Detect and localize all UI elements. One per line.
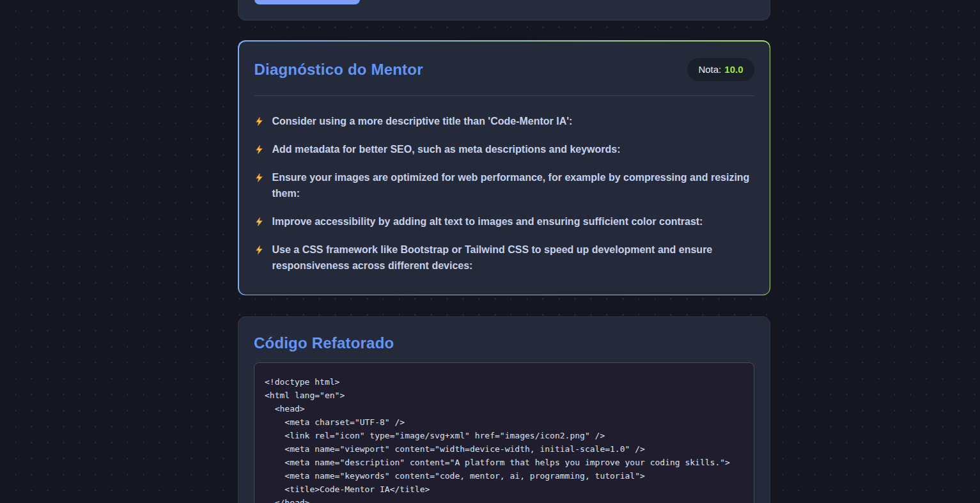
diagnosis-item-text: Ensure your images are optimized for web…	[272, 169, 754, 201]
diagnosis-list-item: Ensure your images are optimized for web…	[254, 169, 754, 201]
score-value: 10.0	[724, 64, 743, 75]
diagnosis-card: Diagnóstico do Mentor Nota:10.0 Consider…	[239, 42, 770, 295]
code-block: <!doctype html> <html lang="en"> <head> …	[254, 362, 754, 503]
code-line: <meta charset="UTF-8" />	[265, 415, 743, 429]
diagnosis-list-item: Improve accessibility by adding alt text…	[254, 213, 754, 229]
lightning-icon	[254, 116, 264, 127]
diagnosis-card-header: Diagnóstico do Mentor Nota:10.0	[239, 42, 770, 81]
diagnosis-list-item: Use a CSS framework like Bootstrap or Ta…	[254, 242, 754, 274]
lightning-icon	[254, 144, 264, 155]
code-line: <head>	[265, 402, 743, 415]
diagnosis-item-text: Use a CSS framework like Bootstrap or Ta…	[272, 242, 754, 274]
primary-button[interactable]	[254, 0, 360, 4]
lightning-icon	[254, 217, 264, 227]
diagnosis-card-title: Diagnóstico do Mentor	[254, 60, 423, 79]
page-background: { "colors": { "accent_blue": "#6494f4", …	[0, 0, 980, 503]
top-partial-card	[238, 0, 770, 20]
diagnosis-list-item: Consider using a more descriptive title …	[254, 113, 754, 129]
diagnosis-item-text: Add metadata for better SEO, such as met…	[272, 141, 621, 157]
code-line: <!doctype html>	[265, 375, 743, 389]
code-line: <meta name="keywords" content="code, men…	[265, 469, 743, 483]
lightning-icon	[254, 245, 264, 255]
diagnosis-list: Consider using a more descriptive title …	[239, 96, 770, 274]
score-badge: Nota:10.0	[687, 58, 754, 81]
score-label: Nota:	[698, 64, 721, 75]
code-line: <html lang="en">	[265, 389, 743, 402]
code-line: <link rel="icon" type="image/svg+xml" hr…	[265, 429, 743, 442]
diagnosis-item-text: Consider using a more descriptive title …	[272, 113, 573, 129]
code-card-title: Código Refatorado	[254, 334, 754, 352]
lightning-icon	[254, 173, 264, 183]
diagnosis-card-gradient-border: Diagnóstico do Mentor Nota:10.0 Consider…	[238, 40, 770, 295]
refactored-code-card: Código Refatorado <!doctype html> <html …	[238, 316, 770, 503]
code-line: <meta name="description" content="A plat…	[265, 456, 743, 469]
code-line: </head>	[265, 496, 743, 503]
diagnosis-list-item: Add metadata for better SEO, such as met…	[254, 141, 754, 157]
code-line: <title>Code-Mentor IA</title>	[265, 483, 743, 496]
diagnosis-item-text: Improve accessibility by adding alt text…	[272, 213, 703, 229]
code-line: <meta name="viewport" content="width=dev…	[265, 442, 743, 456]
